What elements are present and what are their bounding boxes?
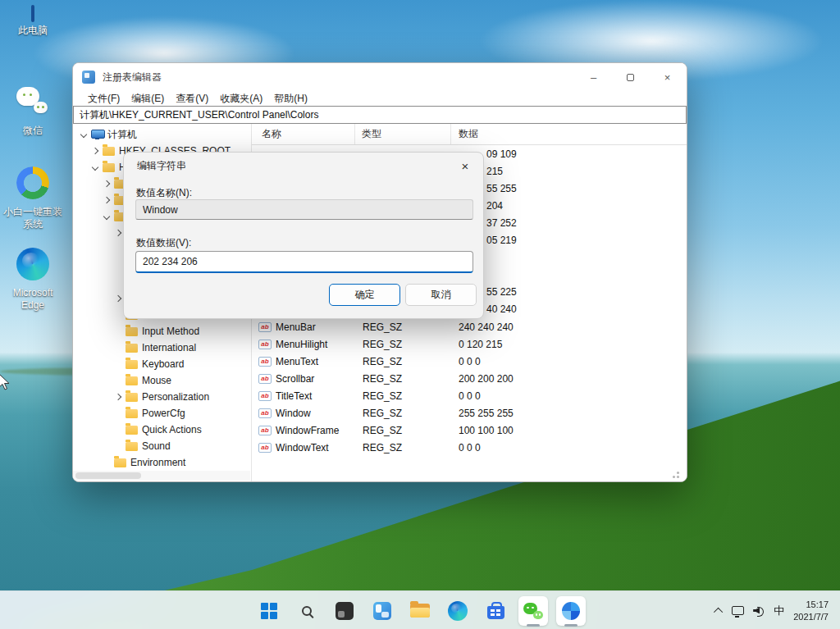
folder-icon: [126, 426, 138, 435]
tray-overflow-chevron-icon[interactable]: [714, 607, 723, 616]
ime-indicator[interactable]: 中: [774, 604, 784, 618]
folder-icon: [126, 442, 138, 451]
reg-sz-icon: ab: [258, 408, 272, 418]
desktop-icon-xiaobai[interactable]: 小白一键重装 系统: [2, 166, 64, 230]
column-header-data[interactable]: 数据: [451, 124, 687, 144]
folder-icon: [126, 376, 138, 385]
table-row[interactable]: abWindowREG_SZ255 255 255: [252, 404, 687, 422]
taskbar: 中 15:17 2021/7/7: [0, 590, 840, 629]
value-name: TitleText: [276, 390, 312, 402]
desktop-icon-label: 此电脑: [2, 25, 64, 37]
folder-icon: [126, 409, 138, 418]
tree-item-international[interactable]: International: [73, 340, 251, 356]
chevron-right-icon[interactable]: [101, 178, 112, 189]
reg-sz-icon: ab: [258, 322, 272, 332]
tree-item-input-method[interactable]: Input Method: [73, 323, 251, 340]
menu-file[interactable]: 文件(F): [82, 92, 126, 106]
menu-favorites[interactable]: 收藏夹(A): [214, 92, 268, 106]
value-data-field[interactable]: [135, 251, 473, 273]
table-row[interactable]: abMenuTextREG_SZ0 0 0: [252, 353, 687, 370]
windows-logo-icon: [261, 603, 277, 619]
menu-view[interactable]: 查看(V): [170, 92, 214, 106]
column-header-type[interactable]: 类型: [355, 124, 451, 144]
maximize-button[interactable]: [612, 63, 649, 91]
mouse-cursor: [0, 373, 11, 391]
address-bar[interactable]: 计算机\HKEY_CURRENT_USER\Control Panel\Colo…: [73, 106, 687, 124]
chevron-down-icon[interactable]: [101, 211, 112, 222]
window-title: 注册表编辑器: [103, 71, 162, 84]
edge-button[interactable]: [441, 595, 474, 627]
taskbar-app-dark[interactable]: [328, 595, 361, 627]
close-button[interactable]: ×: [649, 63, 686, 91]
ok-button[interactable]: 确定: [329, 284, 400, 306]
store-button[interactable]: [479, 595, 512, 627]
dialog-title-bar[interactable]: 编辑字符串 ×: [124, 153, 483, 179]
file-explorer-button[interactable]: [404, 595, 436, 627]
column-header-name[interactable]: 名称: [252, 124, 355, 144]
close-icon[interactable]: ×: [447, 153, 483, 179]
desktop-icon-edge[interactable]: Microsoft Edge: [2, 248, 64, 312]
value-type: REG_SZ: [355, 339, 451, 350]
menu-edit[interactable]: 编辑(E): [126, 92, 170, 106]
table-row[interactable]: abMenuHilightREG_SZ0 120 215: [252, 335, 687, 353]
partial-data-value: 55 255: [486, 180, 517, 198]
desktop-icon-this-pc[interactable]: 此电脑: [2, 7, 64, 37]
table-row[interactable]: abMenuBarREG_SZ240 240 240: [252, 318, 687, 335]
minimize-button[interactable]: –: [575, 63, 612, 91]
tree-item-label: Quick Actions: [142, 424, 202, 435]
value-name: MenuText: [276, 356, 318, 367]
partial-data-value: 40 240: [486, 301, 517, 318]
value-name: WindowText: [276, 442, 329, 454]
partial-data-value: 55 225: [486, 284, 517, 301]
search-button[interactable]: [290, 595, 323, 627]
widgets-button[interactable]: [366, 595, 399, 627]
value-name-field[interactable]: [135, 199, 473, 220]
table-row[interactable]: abTitleTextREG_SZ0 0 0: [252, 387, 687, 404]
horizontal-scrollbar[interactable]: [73, 471, 250, 481]
wechat-button[interactable]: [517, 595, 550, 627]
tray-clock[interactable]: 15:17 2021/7/7: [793, 599, 829, 623]
start-button[interactable]: [253, 595, 285, 627]
desktop-icon-wechat[interactable]: 微信: [2, 85, 64, 137]
network-icon[interactable]: [732, 606, 744, 615]
folder-icon: [126, 393, 138, 402]
blue-app-icon: [562, 602, 580, 620]
tree-item-mouse[interactable]: Mouse: [73, 372, 251, 389]
table-row[interactable]: abWindowFrameREG_SZ100 100 100: [252, 422, 687, 439]
menu-bar: 文件(F) 编辑(E) 查看(V) 收藏夹(A) 帮助(H): [73, 91, 687, 106]
scrollbar-thumb[interactable]: [75, 472, 141, 479]
chevron-right-icon[interactable]: [112, 293, 124, 304]
this-pc-icon: [31, 7, 34, 21]
volume-icon[interactable]: [753, 606, 765, 616]
chevron-right-icon[interactable]: [89, 145, 101, 157]
value-type: REG_SZ: [355, 373, 451, 385]
chevron-right-icon[interactable]: [101, 194, 112, 206]
chevron-right-icon[interactable]: [112, 391, 124, 403]
tree-item-environment[interactable]: Environment: [73, 454, 251, 471]
reg-sz-icon: ab: [258, 391, 272, 401]
chevron-down-icon[interactable]: [78, 129, 89, 140]
folder-icon: [103, 147, 115, 156]
edit-string-dialog: 编辑字符串 × 数值名称(N): 数值数据(V): 确定 取消: [123, 152, 484, 319]
partial-data-value: 37 252: [486, 215, 517, 232]
reg-sz-icon: ab: [258, 357, 272, 367]
table-row[interactable]: abScrollbarREG_SZ200 200 200: [252, 370, 687, 387]
tree-item-sound[interactable]: Sound: [73, 438, 251, 454]
list-header: 名称 类型 数据: [252, 124, 687, 145]
tree-item-quick-actions[interactable]: Quick Actions: [73, 422, 251, 438]
chevron-down-icon[interactable]: [89, 162, 101, 173]
cancel-button[interactable]: 取消: [405, 284, 477, 306]
resize-grip[interactable]: [677, 472, 679, 474]
title-bar[interactable]: 注册表编辑器 – ×: [73, 63, 687, 91]
tree-item-powercfg[interactable]: PowerCfg: [73, 405, 251, 422]
wechat-icon: [523, 603, 543, 619]
menu-help[interactable]: 帮助(H): [268, 92, 313, 106]
chevron-right-icon[interactable]: [112, 227, 124, 239]
reg-sz-icon: ab: [258, 374, 272, 384]
tree-item-computer[interactable]: 计算机: [73, 126, 251, 143]
tree-item-keyboard[interactable]: Keyboard: [73, 356, 251, 372]
value-data: 100 100 100: [451, 425, 687, 436]
table-row[interactable]: abWindowTextREG_SZ0 0 0: [252, 439, 687, 456]
tree-item-personalization[interactable]: Personalization: [73, 389, 251, 405]
blue-app-button[interactable]: [555, 595, 587, 627]
